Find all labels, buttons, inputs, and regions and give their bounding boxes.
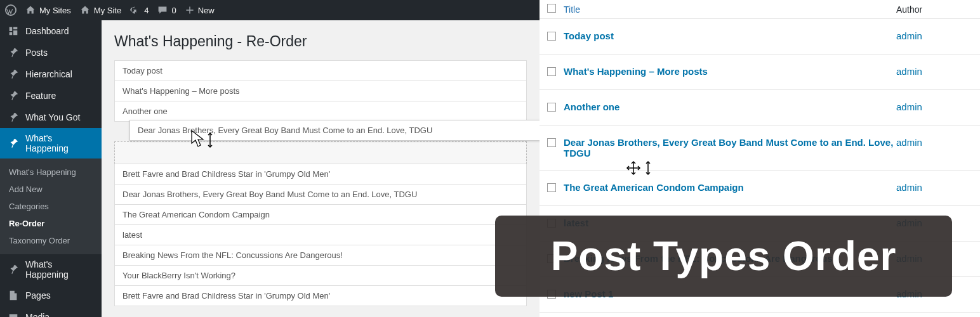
sort-item[interactable]: latest bbox=[114, 224, 527, 245]
pin-icon bbox=[8, 138, 19, 149]
submenu-addnew[interactable]: Add New bbox=[0, 181, 102, 198]
row-checkbox[interactable] bbox=[547, 183, 556, 192]
table-row[interactable]: What's Happening – More postsadmin bbox=[540, 55, 980, 90]
banner-text: Post Types Order bbox=[551, 233, 897, 280]
sidebar-item-whatshappening-2[interactable]: What's Happening bbox=[0, 254, 102, 285]
sidebar-item-label: Pages bbox=[25, 290, 51, 301]
sidebar-item-label: Hierarchical bbox=[25, 69, 72, 79]
table-row[interactable]: The Great American Condom Campaignadmin bbox=[540, 171, 980, 206]
comment-icon bbox=[157, 5, 168, 15]
submenu-taxorder[interactable]: Taxonomy Order bbox=[0, 232, 102, 249]
post-author[interactable]: admin bbox=[896, 101, 972, 112]
plus-icon bbox=[185, 6, 194, 15]
row-checkbox[interactable] bbox=[547, 103, 556, 112]
post-author[interactable]: admin bbox=[896, 30, 972, 41]
column-title[interactable]: Title bbox=[564, 4, 896, 15]
table-row[interactable]: Dear Jonas Brothers, Every Great Boy Ban… bbox=[540, 126, 980, 171]
sort-item-dragging[interactable]: Dear Jonas Brothers, Every Great Boy Ban… bbox=[129, 120, 540, 141]
sidebar-submenu: What's Happening Add New Categories Re-O… bbox=[0, 158, 102, 254]
post-title-link[interactable]: Another one bbox=[564, 101, 619, 112]
sort-item[interactable]: Brett Favre and Brad Childress Star in '… bbox=[114, 285, 527, 306]
sort-item[interactable]: Brett Favre and Brad Childress Star in '… bbox=[114, 164, 527, 184]
pin-icon bbox=[8, 68, 19, 80]
home-icon bbox=[25, 5, 36, 15]
sidebar-item-label: Media bbox=[25, 312, 50, 317]
sidebar-item-label: What's Happening bbox=[25, 133, 94, 153]
pin-icon bbox=[8, 90, 19, 101]
refresh-icon bbox=[130, 5, 140, 15]
sort-item[interactable]: Dear Jonas Brothers, Every Great Boy Ban… bbox=[114, 184, 527, 205]
updates-count: 4 bbox=[144, 6, 149, 15]
sidebar-item-feature[interactable]: Feature bbox=[0, 85, 102, 107]
sidebar: Dashboard Posts Hierarchical Feature Wha… bbox=[0, 20, 102, 317]
post-title-link[interactable]: The Great American Condom Campaign bbox=[564, 182, 744, 193]
new-menu[interactable]: New bbox=[185, 6, 215, 15]
new-label: New bbox=[198, 6, 215, 15]
post-author[interactable]: admin bbox=[896, 66, 972, 77]
submenu-categories[interactable]: Categories bbox=[0, 198, 102, 215]
sort-item[interactable]: Another one bbox=[114, 101, 527, 122]
sort-placeholder bbox=[114, 141, 527, 164]
sidebar-item-whatshappening[interactable]: What's Happening bbox=[0, 128, 102, 158]
select-all-checkbox[interactable] bbox=[547, 4, 556, 13]
column-author: Author bbox=[896, 4, 972, 15]
sidebar-item-label: Feature bbox=[25, 91, 56, 101]
pin-icon bbox=[8, 264, 19, 275]
pin-icon bbox=[8, 112, 19, 123]
my-sites-label: My Sites bbox=[39, 6, 71, 15]
pages-icon bbox=[8, 290, 19, 301]
sidebar-item-media[interactable]: Media bbox=[0, 306, 102, 317]
table-row[interactable]: Another oneadmin bbox=[540, 90, 980, 126]
post-author[interactable]: admin bbox=[896, 137, 972, 148]
comments-menu[interactable]: 0 bbox=[157, 5, 176, 15]
post-title-link[interactable]: Dear Jonas Brothers, Every Great Boy Ban… bbox=[564, 137, 893, 158]
my-site-menu[interactable]: My Site bbox=[80, 5, 121, 15]
sidebar-item-whatyougot[interactable]: What You Got bbox=[0, 107, 102, 128]
my-sites-menu[interactable]: My Sites bbox=[25, 5, 71, 15]
table-row[interactable]: Today postadmin bbox=[540, 19, 980, 55]
pin-icon bbox=[8, 47, 19, 58]
sort-item[interactable]: Your BlackBerry Isn't Working? bbox=[114, 265, 527, 286]
dashboard-icon bbox=[8, 25, 19, 37]
post-title-link[interactable]: Today post bbox=[564, 30, 614, 41]
row-checkbox[interactable] bbox=[547, 67, 556, 76]
sidebar-item-label: What You Got bbox=[25, 112, 80, 122]
submenu-whatshappening[interactable]: What's Happening bbox=[0, 164, 102, 181]
post-author[interactable]: admin bbox=[896, 182, 972, 193]
sidebar-item-posts[interactable]: Posts bbox=[0, 42, 102, 63]
row-checkbox[interactable] bbox=[547, 32, 556, 41]
row-checkbox[interactable] bbox=[547, 138, 556, 147]
table-header: Title Author bbox=[540, 0, 980, 19]
sort-item[interactable]: Breaking News From the NFL: Concussions … bbox=[114, 245, 527, 266]
sort-item[interactable]: The Great American Condom Campaign bbox=[114, 204, 527, 225]
submenu-reorder[interactable]: Re-Order bbox=[0, 215, 102, 232]
sidebar-item-hierarchical[interactable]: Hierarchical bbox=[0, 63, 102, 85]
reorder-panel: What's Happening - Re-Order Today post W… bbox=[102, 20, 540, 317]
wp-logo[interactable] bbox=[5, 4, 17, 16]
sort-item[interactable]: Today post bbox=[114, 60, 527, 81]
comments-count: 0 bbox=[171, 6, 176, 15]
plugin-banner: Post Types Order bbox=[495, 216, 952, 297]
updates-menu[interactable]: 4 bbox=[130, 5, 149, 15]
sort-item[interactable]: What's Happening – More posts bbox=[114, 81, 527, 101]
home-icon bbox=[80, 5, 90, 15]
sidebar-item-label: Dashboard bbox=[25, 26, 69, 36]
media-icon bbox=[8, 311, 19, 317]
sidebar-item-pages[interactable]: Pages bbox=[0, 285, 102, 306]
sidebar-item-label: What's Happening bbox=[25, 259, 94, 280]
sortable-list[interactable]: Today post What's Happening – More posts… bbox=[114, 60, 527, 306]
post-title-link[interactable]: What's Happening – More posts bbox=[564, 66, 708, 77]
page-title: What's Happening - Re-Order bbox=[114, 33, 527, 50]
my-site-label: My Site bbox=[94, 6, 121, 15]
sidebar-item-label: Posts bbox=[25, 48, 48, 58]
sidebar-item-dashboard[interactable]: Dashboard bbox=[0, 20, 102, 42]
